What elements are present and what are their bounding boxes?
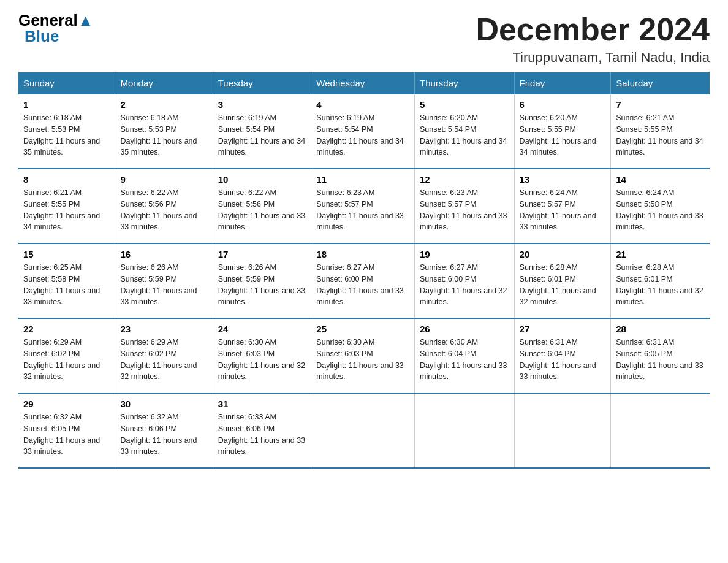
calendar-cell: 27Sunrise: 6:31 AMSunset: 6:04 PMDayligh…	[514, 318, 611, 393]
day-info: Sunrise: 6:24 AMSunset: 5:57 PMDaylight:…	[520, 187, 606, 233]
col-header-saturday: Saturday	[611, 72, 710, 94]
calendar-cell: 12Sunrise: 6:23 AMSunset: 5:57 PMDayligh…	[414, 169, 514, 243]
calendar-cell: 10Sunrise: 6:22 AMSunset: 5:56 PMDayligh…	[213, 169, 311, 243]
day-info: Sunrise: 6:19 AMSunset: 5:54 PMDaylight:…	[316, 112, 409, 158]
calendar-cell: 19Sunrise: 6:27 AMSunset: 6:00 PMDayligh…	[414, 243, 514, 318]
day-info: Sunrise: 6:27 AMSunset: 6:00 PMDaylight:…	[316, 262, 409, 308]
calendar-cell	[611, 393, 710, 468]
day-info: Sunrise: 6:23 AMSunset: 5:57 PMDaylight:…	[420, 187, 509, 233]
day-number: 19	[420, 249, 509, 259]
day-number: 25	[316, 324, 409, 334]
calendar-cell: 1Sunrise: 6:18 AMSunset: 5:53 PMDaylight…	[18, 94, 115, 169]
day-number: 13	[520, 174, 606, 185]
day-number: 8	[23, 174, 110, 185]
calendar-cell: 20Sunrise: 6:28 AMSunset: 6:01 PMDayligh…	[514, 243, 611, 318]
calendar-cell: 22Sunrise: 6:29 AMSunset: 6:02 PMDayligh…	[18, 318, 115, 393]
day-info: Sunrise: 6:27 AMSunset: 6:00 PMDaylight:…	[420, 262, 509, 308]
day-number: 27	[520, 324, 606, 334]
day-number: 1	[23, 99, 110, 110]
col-header-thursday: Thursday	[414, 72, 514, 94]
calendar-cell: 13Sunrise: 6:24 AMSunset: 5:57 PMDayligh…	[514, 169, 611, 243]
calendar-cell: 14Sunrise: 6:24 AMSunset: 5:58 PMDayligh…	[611, 169, 710, 243]
col-header-friday: Friday	[514, 72, 611, 94]
calendar-cell: 9Sunrise: 6:22 AMSunset: 5:56 PMDaylight…	[115, 169, 213, 243]
calendar-cell: 15Sunrise: 6:25 AMSunset: 5:58 PMDayligh…	[18, 243, 115, 318]
logo-general-text: General▲	[18, 12, 94, 28]
location-subtitle: Tiruppuvanam, Tamil Nadu, India	[476, 50, 710, 66]
day-number: 4	[316, 99, 409, 110]
day-info: Sunrise: 6:20 AMSunset: 5:55 PMDaylight:…	[520, 112, 606, 158]
calendar-cell: 7Sunrise: 6:21 AMSunset: 5:55 PMDaylight…	[611, 94, 710, 169]
day-number: 12	[420, 174, 509, 185]
day-info: Sunrise: 6:18 AMSunset: 5:53 PMDaylight:…	[23, 112, 110, 158]
calendar-cell: 31Sunrise: 6:33 AMSunset: 6:06 PMDayligh…	[213, 393, 311, 468]
day-number: 14	[616, 174, 705, 185]
col-header-monday: Monday	[115, 72, 213, 94]
page-header: General▲ Blue December 2024 Tiruppuvanam…	[18, 12, 710, 66]
day-info: Sunrise: 6:22 AMSunset: 5:56 PMDaylight:…	[120, 187, 207, 233]
day-info: Sunrise: 6:31 AMSunset: 6:04 PMDaylight:…	[520, 337, 606, 383]
day-info: Sunrise: 6:28 AMSunset: 6:01 PMDaylight:…	[520, 262, 606, 308]
day-info: Sunrise: 6:22 AMSunset: 5:56 PMDaylight:…	[218, 187, 306, 233]
day-number: 15	[23, 249, 110, 259]
day-info: Sunrise: 6:25 AMSunset: 5:58 PMDaylight:…	[23, 262, 110, 308]
calendar-cell: 8Sunrise: 6:21 AMSunset: 5:55 PMDaylight…	[18, 169, 115, 243]
calendar-week-row: 1Sunrise: 6:18 AMSunset: 5:53 PMDaylight…	[18, 94, 710, 169]
calendar-cell	[514, 393, 611, 468]
calendar-cell: 25Sunrise: 6:30 AMSunset: 6:03 PMDayligh…	[311, 318, 415, 393]
day-number: 26	[420, 324, 509, 334]
day-info: Sunrise: 6:31 AMSunset: 6:05 PMDaylight:…	[616, 337, 705, 383]
day-info: Sunrise: 6:30 AMSunset: 6:04 PMDaylight:…	[420, 337, 509, 383]
day-info: Sunrise: 6:29 AMSunset: 6:02 PMDaylight:…	[23, 337, 110, 383]
day-info: Sunrise: 6:19 AMSunset: 5:54 PMDaylight:…	[218, 112, 306, 158]
day-number: 16	[120, 249, 207, 259]
logo: General▲ Blue	[18, 12, 94, 44]
calendar-week-row: 22Sunrise: 6:29 AMSunset: 6:02 PMDayligh…	[18, 318, 710, 393]
title-block: December 2024 Tiruppuvanam, Tamil Nadu, …	[476, 12, 710, 66]
logo-blue-text: Blue	[25, 28, 59, 44]
calendar-cell	[311, 393, 415, 468]
day-info: Sunrise: 6:33 AMSunset: 6:06 PMDaylight:…	[218, 412, 306, 458]
day-number: 3	[218, 99, 306, 110]
calendar-cell: 11Sunrise: 6:23 AMSunset: 5:57 PMDayligh…	[311, 169, 415, 243]
calendar-cell: 17Sunrise: 6:26 AMSunset: 5:59 PMDayligh…	[213, 243, 311, 318]
day-number: 10	[218, 174, 306, 185]
calendar-cell: 5Sunrise: 6:20 AMSunset: 5:54 PMDaylight…	[414, 94, 514, 169]
calendar-cell: 29Sunrise: 6:32 AMSunset: 6:05 PMDayligh…	[18, 393, 115, 468]
calendar-cell: 4Sunrise: 6:19 AMSunset: 5:54 PMDaylight…	[311, 94, 415, 169]
day-number: 23	[120, 324, 207, 334]
col-header-tuesday: Tuesday	[213, 72, 311, 94]
calendar-cell: 16Sunrise: 6:26 AMSunset: 5:59 PMDayligh…	[115, 243, 213, 318]
calendar-week-row: 15Sunrise: 6:25 AMSunset: 5:58 PMDayligh…	[18, 243, 710, 318]
calendar-cell: 26Sunrise: 6:30 AMSunset: 6:04 PMDayligh…	[414, 318, 514, 393]
calendar-cell: 3Sunrise: 6:19 AMSunset: 5:54 PMDaylight…	[213, 94, 311, 169]
day-info: Sunrise: 6:18 AMSunset: 5:53 PMDaylight:…	[120, 112, 207, 158]
day-info: Sunrise: 6:21 AMSunset: 5:55 PMDaylight:…	[23, 187, 110, 233]
day-info: Sunrise: 6:32 AMSunset: 6:06 PMDaylight:…	[120, 412, 207, 458]
calendar-cell: 21Sunrise: 6:28 AMSunset: 6:01 PMDayligh…	[611, 243, 710, 318]
col-header-sunday: Sunday	[18, 72, 115, 94]
day-info: Sunrise: 6:30 AMSunset: 6:03 PMDaylight:…	[218, 337, 306, 383]
day-info: Sunrise: 6:30 AMSunset: 6:03 PMDaylight:…	[316, 337, 409, 383]
day-number: 6	[520, 99, 606, 110]
day-info: Sunrise: 6:26 AMSunset: 5:59 PMDaylight:…	[218, 262, 306, 308]
day-number: 11	[316, 174, 409, 185]
calendar-cell: 28Sunrise: 6:31 AMSunset: 6:05 PMDayligh…	[611, 318, 710, 393]
page-title: December 2024	[476, 12, 710, 47]
day-info: Sunrise: 6:32 AMSunset: 6:05 PMDaylight:…	[23, 412, 110, 458]
day-number: 5	[420, 99, 509, 110]
day-number: 20	[520, 249, 606, 259]
calendar-header-row: SundayMondayTuesdayWednesdayThursdayFrid…	[18, 72, 710, 94]
day-number: 31	[218, 399, 306, 409]
day-number: 30	[120, 399, 207, 409]
calendar-cell: 6Sunrise: 6:20 AMSunset: 5:55 PMDaylight…	[514, 94, 611, 169]
day-info: Sunrise: 6:23 AMSunset: 5:57 PMDaylight:…	[316, 187, 409, 233]
day-number: 29	[23, 399, 110, 409]
day-info: Sunrise: 6:20 AMSunset: 5:54 PMDaylight:…	[420, 112, 509, 158]
day-info: Sunrise: 6:21 AMSunset: 5:55 PMDaylight:…	[616, 112, 705, 158]
day-info: Sunrise: 6:24 AMSunset: 5:58 PMDaylight:…	[616, 187, 705, 233]
day-number: 18	[316, 249, 409, 259]
day-number: 28	[616, 324, 705, 334]
calendar-cell: 2Sunrise: 6:18 AMSunset: 5:53 PMDaylight…	[115, 94, 213, 169]
day-number: 24	[218, 324, 306, 334]
